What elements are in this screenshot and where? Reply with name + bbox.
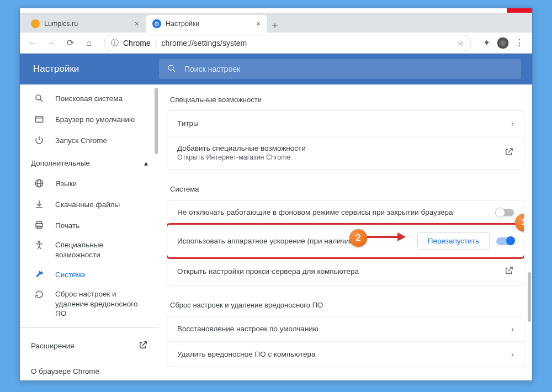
svg-line-1 <box>173 69 175 71</box>
titlebar <box>20 8 532 13</box>
sidebar-item-default-browser[interactable]: Браузер по умолчанию <box>20 109 159 130</box>
external-link-icon <box>504 147 514 158</box>
sidebar-item-accessibility[interactable]: Специальные возможности <box>20 236 159 264</box>
menu-icon[interactable]: ⋮ <box>511 35 528 51</box>
row-hardware-acceleration[interactable]: Использовать аппаратное ускорение (при н… <box>167 224 524 257</box>
toggle-background-apps[interactable] <box>496 209 514 216</box>
chevron-up-icon: ▴ <box>144 158 148 167</box>
chevron-right-icon: › <box>511 349 514 359</box>
separator: | <box>155 39 157 47</box>
settings-title: Настройки <box>20 63 159 75</box>
toolbar: ← → ⟳ ⌂ ⓘ Chrome | chrome://settings/sys… <box>20 33 532 54</box>
chevron-right-icon: › <box>511 324 514 333</box>
tab-lumpics[interactable]: Lumpics.ru × <box>24 15 146 33</box>
sidebar-item-label: Система <box>55 271 85 279</box>
sidebar-item-label: Браузер по умолчанию <box>55 115 135 124</box>
svg-line-3 <box>40 99 43 102</box>
sidebar-item-label: Сброс настроек и удаление вредоносного П… <box>55 289 148 319</box>
sidebar-extensions-label: Расширения <box>31 342 75 350</box>
row-cleanup[interactable]: Удалить вредоносное ПО с компьютера › <box>167 341 524 367</box>
sidebar-about-label: О браузере Chrome <box>31 367 99 375</box>
browser-window: – □ × Lumpics.ru × ⚙ Настройки × ＋ ← → ⟳… <box>19 8 533 381</box>
main-panel: Специальные возможности Титры › Добавить… <box>159 84 532 380</box>
sidebar-item-reset[interactable]: Сброс настроек и удаление вредоносного П… <box>20 285 159 323</box>
wrench-icon <box>34 269 44 279</box>
chevron-right-icon: › <box>511 119 514 128</box>
toggle-hardware-acceleration[interactable] <box>496 237 514 245</box>
row-captions[interactable]: Титры › <box>167 111 524 136</box>
search-icon <box>34 93 44 103</box>
content: Поисковая система Браузер по умолчанию З… <box>20 84 532 380</box>
sidebar-extensions[interactable]: Расширения <box>20 332 159 359</box>
tab-strip: Lumpics.ru × ⚙ Настройки × ＋ <box>20 13 532 33</box>
row-title: Добавить специальные возможности <box>177 144 497 152</box>
browser-icon <box>34 114 44 124</box>
search-icon <box>167 63 177 75</box>
accessibility-icon <box>34 240 44 250</box>
bookmark-icon[interactable]: ☆ <box>457 39 464 47</box>
tab-close-icon[interactable]: × <box>256 19 261 28</box>
settings-search[interactable]: Поиск настроек <box>159 59 521 79</box>
svg-rect-4 <box>35 116 43 123</box>
sidebar-item-label: Скачанные файлы <box>55 200 120 209</box>
divider <box>20 327 159 328</box>
sidebar-item-languages[interactable]: Языки <box>20 173 159 194</box>
print-icon <box>34 220 44 230</box>
sidebar-item-downloads[interactable]: Скачанные файлы <box>20 194 159 215</box>
section-system-heading: Система <box>167 179 524 200</box>
favicon-settings: ⚙ <box>152 19 161 28</box>
annotation-badge-2: 2 <box>349 229 367 247</box>
sidebar-item-label: Печать <box>55 221 79 230</box>
settings-header: Настройки Поиск настроек <box>20 54 532 84</box>
sidebar-item-startup[interactable]: Запуск Chrome <box>20 130 159 151</box>
tab-label: Lumpics.ru <box>44 20 78 28</box>
sidebar-advanced-label: Дополнительные <box>31 159 90 167</box>
tab-close-icon[interactable]: × <box>135 19 139 28</box>
sidebar-item-system[interactable]: Система <box>20 264 159 285</box>
download-icon <box>34 199 44 209</box>
row-add-accessibility[interactable]: Добавить специальные возможности Открыть… <box>167 136 524 169</box>
row-subtitle: Открыть Интернет-магазин Chrome <box>177 153 497 161</box>
sidebar-item-label: Поисковая система <box>55 94 123 103</box>
section-accessibility-heading: Специальные возможности <box>167 90 524 110</box>
sidebar-about[interactable]: О браузере Chrome <box>20 359 159 380</box>
home-button[interactable]: ⌂ <box>81 35 97 51</box>
section-reset-heading: Сброс настроек и удаление вредоносного П… <box>167 295 524 316</box>
forward-button[interactable]: → <box>43 35 60 51</box>
external-link-icon <box>138 340 148 352</box>
tab-settings[interactable]: ⚙ Настройки × <box>146 15 267 33</box>
new-tab-button[interactable]: ＋ <box>267 17 283 33</box>
row-restore-defaults[interactable]: Восстановление настроек по умолчанию › <box>167 316 524 341</box>
sidebar-item-print[interactable]: Печать <box>20 215 159 236</box>
main-scrollbar[interactable] <box>528 272 531 322</box>
site-info-icon[interactable]: ⓘ <box>111 38 119 48</box>
sidebar: Поисковая система Браузер по умолчанию З… <box>20 84 159 380</box>
restart-button[interactable]: Перезапустить <box>417 232 490 250</box>
sidebar-item-label: Языки <box>55 179 77 188</box>
row-proxy[interactable]: Открыть настройки прокси-сервера для ком… <box>167 257 524 285</box>
sidebar-advanced-toggle[interactable]: Дополнительные ▴ <box>20 151 159 173</box>
row-label: Удалить вредоносное ПО с компьютера <box>177 350 505 358</box>
omnibox-prefix: Chrome <box>123 39 151 47</box>
omnibox[interactable]: ⓘ Chrome | chrome://settings/system ☆ <box>104 35 471 51</box>
globe-icon <box>34 178 44 188</box>
svg-point-2 <box>36 95 41 100</box>
row-label: Открыть настройки прокси-сервера для ком… <box>177 267 497 276</box>
sidebar-item-label: Запуск Chrome <box>55 136 107 145</box>
svg-point-0 <box>168 65 173 70</box>
back-button[interactable]: ← <box>24 35 41 51</box>
row-background-apps[interactable]: Не отключать работающие в фоновом режиме… <box>167 200 524 224</box>
reset-icon <box>34 289 44 299</box>
card-accessibility: Титры › Добавить специальные возможности… <box>167 110 524 169</box>
sidebar-scrollbar[interactable] <box>155 88 158 154</box>
reload-button[interactable]: ⟳ <box>62 35 78 51</box>
sidebar-item-search-engine[interactable]: Поисковая система <box>20 88 159 109</box>
external-link-icon <box>504 266 514 277</box>
row-label: Не отключать работающие в фоновом режиме… <box>177 208 490 216</box>
sidebar-item-label: Специальные возможности <box>55 240 148 259</box>
row-label: Восстановление настроек по умолчанию <box>177 325 505 333</box>
svg-point-13 <box>39 241 40 243</box>
extensions-icon[interactable]: ✦ <box>478 35 495 51</box>
tab-label: Настройки <box>166 20 199 28</box>
profile-avatar[interactable] <box>497 37 509 49</box>
